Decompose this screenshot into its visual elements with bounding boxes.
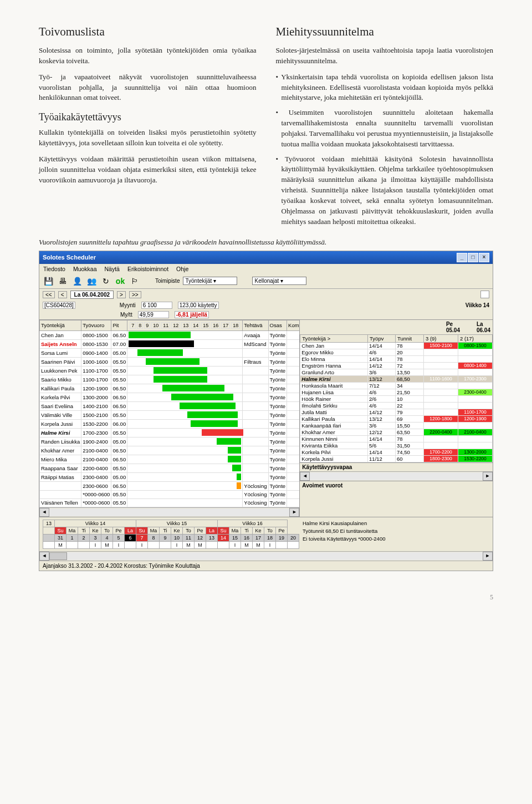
prev-fast-button[interactable]: <<	[43, 291, 55, 298]
date-nav: << < La 06.04.2002 > >>	[39, 289, 493, 301]
app-window: Solotes Scheduler _□× TiedostoMuokkaaNäy…	[39, 251, 493, 571]
table-row[interactable]: Väisänen Tellen*0000-060005.50YöclosingT…	[40, 498, 300, 507]
para: Solotes-järjestelmässä on useita vaihtoe…	[276, 45, 494, 67]
print-icon[interactable]: 🖶	[57, 276, 68, 287]
screenshot-caption: Vuorolistojen suunnittelu tapahtuu graaf…	[39, 237, 493, 247]
table-row[interactable]: Saario Mikko1100-170005.50Työnte6	[40, 375, 300, 384]
statusbar: Ajanjakso 31.3.2002 - 20.4.2002 Korostus…	[39, 561, 493, 571]
table-row[interactable]: Miero Mika2100-040006.50Työnte15	[40, 455, 300, 464]
table-row[interactable]: Randen Liisukka1900-240005.00Työnte13	[40, 437, 300, 446]
table-row[interactable]: Khokhar Amer12/1263,502200-04002100-0400	[300, 429, 493, 435]
prev-button[interactable]: <	[58, 291, 67, 298]
table-row[interactable]: Granlund Arto3/613,50	[300, 369, 493, 375]
code-field: [CS604028]	[43, 302, 75, 309]
refresh-icon[interactable]: ↻	[100, 276, 111, 287]
table-row[interactable]: Räiippi Matias2300-040005.00Työnte17	[40, 472, 300, 481]
table-row[interactable]: Hujanen Liisa4/621,502300-0400	[300, 389, 493, 395]
heading-toivomuslista: Toivomuslista	[39, 25, 257, 39]
menu-item[interactable]: Ohje	[175, 265, 190, 273]
table-row[interactable]: Engström Hanna14/12720800-1400	[300, 362, 493, 369]
table-row[interactable]: Saijets Anseln0800-153007.00MdScandTyönt…	[40, 339, 300, 348]
window-buttons[interactable]: _□×	[456, 253, 489, 262]
table-row[interactable]: Egorov Mikko4/620	[300, 349, 493, 355]
heading-miehitys: Miehityssuunnitelma	[276, 25, 494, 39]
horizontal-scrollbar[interactable]: ◄►	[39, 507, 299, 517]
right-grid[interactable]: Työntekijä >TyöpvTunnit3 (9)2 (17)Chen J…	[300, 334, 493, 462]
menu-item[interactable]: Näytä	[103, 265, 121, 273]
table-row[interactable]: 2300-060006.50YöclosingTyönte18	[40, 481, 300, 490]
table-row[interactable]: Khokhar Amer2100-040006.50Työnte14	[40, 446, 300, 455]
right-scrollbar[interactable]: ◄►	[300, 471, 493, 481]
table-row[interactable]: Kinnunen Ninni14/1478	[300, 435, 493, 442]
table-row[interactable]: Korkela Pilvi1300-200006.50Työnte8	[40, 393, 300, 401]
mytt-value: 49,59	[138, 311, 169, 318]
kellonajat-dropdown[interactable]: Kellonajat ▾	[252, 277, 306, 285]
left-grid[interactable]: TyöntekijäTyövuoroPit7891011121314151617…	[39, 320, 299, 507]
user-icon[interactable]: 👤	[71, 276, 83, 287]
maximize-icon: □	[468, 253, 478, 262]
table-row[interactable]: Korkela Pilvi14/1474,501700-22001300-200…	[300, 449, 493, 455]
table-row[interactable]: Saari Eveliina1400-210006.50Työnte9	[40, 401, 300, 410]
right-day-header: Pe05.04La06.04	[300, 320, 493, 334]
table-row[interactable]: Luukkonen Pek1100-170005.50Työnte5	[40, 366, 300, 375]
current-date: La 06.04.2002	[70, 291, 114, 299]
table-row[interactable]: Jutila Matti14/12791100-1700	[300, 409, 493, 415]
table-row[interactable]: Saarinen Päivi1000-160005.50FiltrausTyön…	[40, 357, 300, 366]
table-row[interactable]: Halme Kirsi13/1268,501100-16001700-2300	[300, 375, 493, 382]
avoimet-label: Avoimet vuorot	[300, 481, 493, 490]
table-row[interactable]: Sorsa Lumi0900-140005.00Työnte3	[40, 348, 300, 357]
viikko-label: Viikko 14	[466, 302, 489, 308]
jaljella-value: -6,81 jäljellä	[175, 311, 209, 318]
bullet: • Useimmiten vuorolistojen suunnittelu a…	[276, 108, 494, 149]
table-row[interactable]: Raappana Saar2200-040005.50Työnte16	[40, 464, 300, 472]
week-calendar[interactable]: 13Viikko 14Viikko 15Viikko 16SuMaTiKeToP…	[39, 517, 493, 551]
flag-icon[interactable]: 🏳	[129, 276, 140, 287]
close-icon: ×	[479, 253, 489, 262]
titlebar[interactable]: Solotes Scheduler _□×	[39, 251, 493, 264]
page-number: 5	[0, 582, 532, 607]
table-row[interactable]: Kiviranta Eiikka5/631,50	[300, 442, 493, 449]
main-scrollbar[interactable]: ◄►	[39, 551, 493, 561]
menubar[interactable]: TiedostoMuokkaaNäytäErikoistoiminnotOhje	[39, 264, 493, 274]
table-row[interactable]: Ilmolahti Sirkku4/622	[300, 402, 493, 409]
myynti-label: Myynti	[120, 302, 136, 308]
para: Työ- ja vapaatoiveet näkyvät vuorolistoj…	[39, 72, 257, 104]
table-row[interactable]: Chen Jan0800-150006.50AvaajaTyönte1	[40, 330, 300, 339]
table-row[interactable]: Kankaanpää Ilari3/615,50	[300, 422, 493, 429]
right-grid-panel: Pe05.04La06.04 Työntekijä >TyöpvTunnit3 …	[299, 320, 493, 517]
minimize-icon: _	[457, 253, 467, 262]
table-row[interactable]: Korpela Jussi11/12601800-23001530-2200	[300, 455, 493, 462]
table-row[interactable]: Korpela Jussi1530-220006.00Työnte11	[40, 419, 300, 428]
kaytettavyys-label: Käytettävyysvapaa	[300, 462, 493, 471]
bullet: • Yksinkertaisin tapa tehdä vuorolista o…	[276, 72, 494, 104]
used-value: 123,00 käytetty	[178, 302, 219, 309]
table-row[interactable]: Kallikari Paula13/12691200-18001200-1900	[300, 415, 493, 422]
para: Käytettävyys voidaan määrittää perustiet…	[39, 154, 257, 186]
table-row[interactable]: Höök Rainer2/610	[300, 395, 493, 402]
check-icon[interactable]: ok	[115, 276, 126, 287]
save-icon[interactable]: 💾	[43, 276, 54, 287]
toolbar: 💾 🖶 👤 👥 ↻ ok 🏳 Toimipiste Työntekijät ▾ …	[39, 274, 493, 289]
table-row[interactable]: Halme Kirsi1700-230005.50Työnte12	[40, 428, 300, 437]
para: Kullakin työntekijällä on toiveiden lisä…	[39, 128, 257, 149]
table-row[interactable]: Kallikari Paula1200-190006.50Työnte7	[40, 384, 300, 393]
next-fast-button[interactable]: >>	[129, 291, 141, 298]
window-title: Solotes Scheduler	[43, 254, 96, 261]
next-button[interactable]: >	[117, 291, 126, 298]
table-row[interactable]: Chen Jan14/14781500-21000800-1500	[300, 342, 493, 349]
table-row[interactable]: Honkasola Maarit7/1234	[300, 382, 493, 389]
mytt-label: My/tt	[120, 312, 132, 318]
toimipiste-dropdown[interactable]: Työntekijät ▾	[183, 277, 237, 285]
table-row[interactable]: Elo Minna14/1478	[300, 355, 493, 362]
menu-item[interactable]: Tiedosto	[42, 265, 67, 273]
bullet: • Työvuorot voidaan miehittää käsityönä …	[276, 154, 494, 227]
table-row[interactable]: Välimäki Ville1500-210005.50Työnte10	[40, 410, 300, 419]
menu-item[interactable]: Erikoistoiminnot	[126, 265, 170, 273]
heading-tyoaika: Työaikakäytettävyys	[39, 111, 257, 123]
table-row[interactable]: *0000-060005.50YöclosingTyönte19	[40, 490, 300, 498]
toggle-box[interactable]	[480, 291, 489, 298]
myynti-value: 6 100	[141, 302, 172, 309]
toimipiste-label: Toimipiste	[155, 278, 180, 284]
menu-item[interactable]: Muokkaa	[71, 265, 99, 273]
users-icon[interactable]: 👥	[86, 276, 97, 287]
